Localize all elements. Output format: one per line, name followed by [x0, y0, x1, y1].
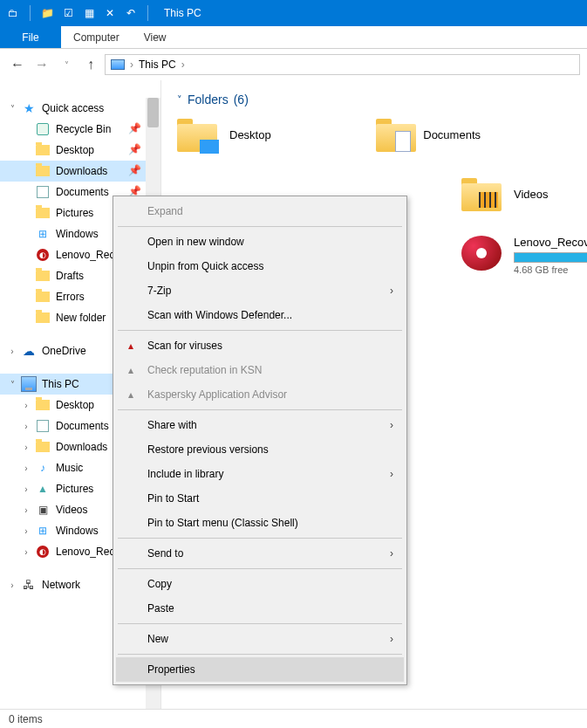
- context-menu-item[interactable]: 7-Zip›: [116, 278, 404, 303]
- context-menu-item[interactable]: Copy: [116, 572, 404, 596]
- context-menu-item[interactable]: Unpin from Quick access: [116, 254, 404, 278]
- undo-icon[interactable]: ↶: [123, 5, 139, 21]
- context-menu-item[interactable]: Pin to Start: [116, 486, 404, 511]
- separator: [118, 330, 402, 331]
- chevron-right-icon[interactable]: ›: [7, 347, 17, 356]
- chevron-right-icon: ›: [130, 58, 133, 71]
- context-menu-item[interactable]: Include in library›: [116, 462, 404, 486]
- folder-icon: [461, 176, 502, 211]
- recent-dropdown[interactable]: ˅: [56, 54, 77, 75]
- separator: [118, 623, 402, 624]
- kaspersky-icon: ▴: [123, 362, 139, 378]
- separator: [118, 538, 402, 539]
- chevron-right-icon[interactable]: ›: [21, 464, 31, 473]
- folder-icon: [35, 439, 51, 455]
- chevron-right-icon[interactable]: ›: [21, 505, 31, 515]
- address-text: This PC: [139, 58, 176, 71]
- context-menu-item[interactable]: Scan with Windows Defender...: [116, 303, 404, 327]
- separator: [30, 5, 31, 21]
- titlebar: 🗀 📁☑▦✕↶ This PC: [0, 0, 587, 26]
- folder-icon: [177, 117, 217, 152]
- chevron-right-icon: ›: [390, 547, 393, 560]
- chevron-right-icon[interactable]: ›: [21, 484, 31, 494]
- chevron-right-icon: ›: [390, 419, 393, 431]
- recycle-icon: [35, 121, 51, 137]
- pin-icon: 📌: [128, 164, 141, 176]
- win-icon: ⊞: [35, 226, 51, 242]
- chevron-right-icon[interactable]: ›: [21, 443, 31, 452]
- pin-icon: 📌: [128, 122, 141, 134]
- scrollbar-thumb[interactable]: [147, 98, 159, 127]
- status-bar: 0 items: [0, 709, 587, 728]
- pc-icon: [111, 59, 125, 70]
- context-menu-item[interactable]: Open in new window: [116, 230, 404, 254]
- properties-icon[interactable]: ☑: [60, 5, 76, 21]
- separator: [118, 226, 402, 227]
- tree-item[interactable]: Desktop📌: [0, 140, 160, 161]
- chevron-down-icon: ˅: [177, 94, 182, 106]
- context-menu-item[interactable]: Properties: [116, 657, 404, 682]
- pic-icon: ▲: [35, 481, 51, 497]
- context-menu-item[interactable]: Paste: [116, 596, 404, 621]
- tab-view[interactable]: View: [132, 26, 179, 48]
- forward-button[interactable]: →: [31, 54, 52, 75]
- chevron-right-icon: ›: [390, 633, 393, 645]
- folder-desktop[interactable]: Desktop: [177, 117, 334, 152]
- context-menu-item[interactable]: Send to›: [116, 541, 404, 566]
- chevron-right-icon[interactable]: ›: [21, 401, 31, 410]
- nav-row: ← → ˅ ↑ › This PC ›: [0, 49, 587, 80]
- group-header-folders[interactable]: ˅ Folders (6): [177, 93, 571, 106]
- address-input[interactable]: [190, 58, 574, 72]
- tree-quick-access[interactable]: ˅ ★ Quick access: [0, 98, 160, 119]
- chevron-right-icon[interactable]: ›: [21, 422, 31, 431]
- tree-item[interactable]: Downloads📌: [0, 161, 160, 182]
- disk-icon: [461, 236, 502, 271]
- context-menu-item: ▴Kaspersky Application Advisor: [116, 382, 404, 407]
- tab-computer[interactable]: Computer: [61, 26, 132, 48]
- context-menu-item[interactable]: ▴Scan for viruses: [116, 333, 404, 358]
- drive-lenovo-recovery[interactable]: Lenovo_Recovery 4.68 GB free: [461, 236, 587, 275]
- ribbon: File ComputerView: [0, 26, 587, 49]
- kaspersky-icon: ▴: [123, 338, 139, 354]
- address-bar[interactable]: › This PC ›: [105, 54, 580, 75]
- status-text: 0 items: [9, 713, 43, 725]
- context-menu-item[interactable]: New›: [116, 627, 404, 651]
- context-menu-item: Expand: [116, 199, 404, 223]
- chevron-right-icon: ›: [390, 285, 393, 297]
- disk-usage-bar: [514, 252, 587, 263]
- separator: [118, 654, 402, 655]
- tree-item[interactable]: Recycle Bin📌: [0, 119, 160, 140]
- lenovo-icon: ◐: [35, 247, 51, 263]
- chevron-right-icon: ›: [181, 58, 185, 71]
- context-menu: ExpandOpen in new windowUnpin from Quick…: [113, 196, 407, 685]
- separator: [118, 568, 402, 569]
- close-icon[interactable]: ✕: [102, 5, 118, 21]
- folder-documents[interactable]: Documents: [376, 117, 481, 152]
- new-folder-icon[interactable]: ▦: [81, 5, 97, 21]
- chevron-right-icon[interactable]: ›: [21, 547, 31, 557]
- chevron-down-icon[interactable]: ˅: [7, 380, 17, 389]
- folder-icon: [35, 142, 51, 158]
- kaspersky-icon: ▴: [123, 387, 139, 402]
- back-button[interactable]: ←: [7, 54, 28, 75]
- context-menu-item: ▴Check reputation in KSN: [116, 358, 404, 382]
- folder-icon[interactable]: 📁: [39, 5, 55, 21]
- folder-icon: [35, 268, 51, 284]
- lenovo-icon: ◐: [35, 544, 51, 560]
- folder-videos[interactable]: Videos: [461, 176, 571, 211]
- video-icon: ▣: [35, 502, 51, 518]
- folder-icon: [35, 205, 51, 221]
- context-menu-item[interactable]: Pin to Start menu (Classic Shell): [116, 511, 404, 535]
- pin-icon: 📌: [128, 143, 141, 155]
- file-tab[interactable]: File: [0, 26, 61, 48]
- music-icon: ♪: [35, 460, 51, 476]
- context-menu-item[interactable]: Share with›: [116, 413, 404, 437]
- chevron-right-icon[interactable]: ›: [7, 580, 17, 590]
- chevron-down-icon[interactable]: ˅: [7, 104, 17, 113]
- folder-icon: [35, 397, 51, 413]
- chevron-right-icon[interactable]: ›: [21, 526, 31, 536]
- chevron-right-icon: ›: [390, 468, 393, 480]
- context-menu-item[interactable]: Restore previous versions: [116, 437, 404, 462]
- up-button[interactable]: ↑: [80, 54, 101, 75]
- win-icon: ⊞: [35, 523, 51, 539]
